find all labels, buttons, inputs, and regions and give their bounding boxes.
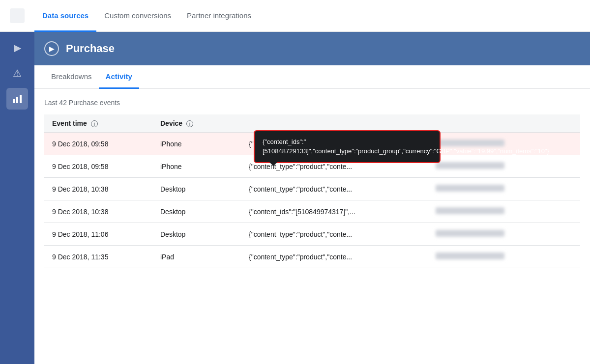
main-content: ▶ Purchase Breakdowns Activity Last 42 P…: [34, 32, 590, 364]
table-row: 9 Dec 2018, 11:06 Desktop {"content_type…: [44, 223, 580, 246]
params-cell: {"content_type":"product","conte...: [241, 178, 428, 200]
blurred-value: [436, 230, 504, 237]
event-time-cell: 9 Dec 2018, 10:38: [44, 200, 152, 223]
svg-rect-2: [20, 95, 22, 103]
logo: [10, 8, 25, 23]
params-cell[interactable]: {"content_ids":"[510848729133]","content…: [241, 133, 428, 155]
extra-cell: [428, 223, 580, 246]
params-cell: {"content_ids":"[510849974317]",...: [241, 200, 428, 223]
tab-data-sources[interactable]: Data sources: [34, 0, 96, 32]
blurred-value: [436, 162, 504, 169]
col-header-event-time: Event time i: [44, 114, 152, 133]
main-layout: ▶ ⚠ ▶ Purchase Breakdowns Activity Last …: [0, 32, 590, 364]
extra-cell: [428, 246, 580, 268]
sidebar-warning-icon[interactable]: ⚠: [6, 62, 28, 84]
col-header-device: Device i: [152, 114, 241, 133]
device-cell: iPhone: [152, 155, 241, 178]
tooltip-container: {"content_ids":"[510848729133]","content…: [249, 140, 420, 148]
blurred-value: [436, 185, 504, 192]
device-cell: Desktop: [152, 223, 241, 246]
blurred-value: [436, 140, 504, 146]
device-cell: Desktop: [152, 178, 241, 200]
events-table: Event time i Device i 9 Dec 20: [44, 114, 580, 268]
events-count: Last 42 Purchase events: [44, 99, 580, 107]
blurred-value: [436, 252, 504, 259]
page-header-icon[interactable]: ▶: [44, 41, 59, 56]
page-header: ▶ Purchase: [34, 32, 590, 65]
page-title: Purchase: [66, 42, 115, 55]
tab-partner-integrations[interactable]: Partner integrations: [179, 0, 259, 32]
table-row: 9 Dec 2018, 10:38 Desktop {"content_ids"…: [44, 200, 580, 223]
table-row: 9 Dec 2018, 11:35 iPad {"content_type":"…: [44, 246, 580, 268]
tab-activity[interactable]: Activity: [99, 65, 139, 89]
table-row: 9 Dec 2018, 10:38 Desktop {"content_type…: [44, 178, 580, 200]
sidebar-play-icon[interactable]: ▶: [6, 37, 28, 58]
svg-rect-0: [13, 99, 15, 103]
device-cell: Desktop: [152, 200, 241, 223]
event-time-cell: 9 Dec 2018, 09:58: [44, 155, 152, 178]
device-cell: iPad: [152, 246, 241, 268]
svg-rect-1: [16, 97, 18, 103]
top-nav: Data sources Custom conversions Partner …: [0, 0, 590, 32]
device-info-icon[interactable]: i: [186, 120, 193, 127]
table-row: 9 Dec 2018, 09:58 iPhone {"content_ids":…: [44, 133, 580, 155]
params-cell: {"content_type":"product","conte...: [241, 223, 428, 246]
tooltip-popup: {"content_ids":"[510848729133]","content…: [254, 130, 441, 163]
event-time-info-icon[interactable]: i: [91, 120, 98, 127]
sidebar: ▶ ⚠: [0, 32, 34, 364]
extra-cell: [428, 155, 580, 178]
sub-tabs: Breakdowns Activity: [34, 65, 590, 89]
event-time-cell: 9 Dec 2018, 10:38: [44, 178, 152, 200]
sidebar-chart-icon[interactable]: [6, 88, 28, 110]
blurred-value: [436, 207, 504, 214]
tab-breakdowns[interactable]: Breakdowns: [44, 65, 99, 89]
params-cell: {"content_type":"product","conte...: [241, 246, 428, 268]
extra-cell: [428, 178, 580, 200]
content-area: Last 42 Purchase events Event time i Dev…: [34, 89, 590, 364]
col-header-extra: [428, 114, 580, 133]
event-time-cell: 9 Dec 2018, 11:35: [44, 246, 152, 268]
event-time-cell: 9 Dec 2018, 09:58: [44, 133, 152, 155]
event-time-cell: 9 Dec 2018, 11:06: [44, 223, 152, 246]
tab-custom-conversions[interactable]: Custom conversions: [96, 0, 179, 32]
extra-cell: [428, 200, 580, 223]
device-cell: iPhone: [152, 133, 241, 155]
